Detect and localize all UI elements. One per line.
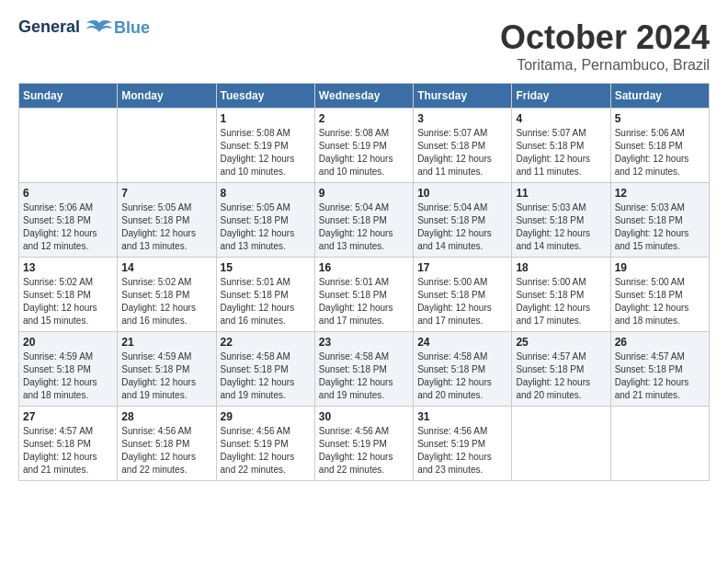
- calendar-day-cell: 11Sunrise: 5:03 AM Sunset: 5:18 PM Dayli…: [512, 183, 610, 258]
- day-number: 2: [319, 112, 409, 125]
- calendar-day-cell: 30Sunrise: 4:56 AM Sunset: 5:19 PM Dayli…: [314, 407, 413, 481]
- day-number: 12: [615, 187, 705, 200]
- calendar-table: Sunday Monday Tuesday Wednesday Thursday…: [18, 83, 710, 481]
- calendar-day-cell: [118, 109, 216, 183]
- day-detail: Sunrise: 5:02 AM Sunset: 5:18 PM Dayligh…: [23, 276, 113, 327]
- day-detail: Sunrise: 5:04 AM Sunset: 5:18 PM Dayligh…: [417, 201, 507, 253]
- day-detail: Sunrise: 4:58 AM Sunset: 5:18 PM Dayligh…: [417, 350, 507, 402]
- day-detail: Sunrise: 5:06 AM Sunset: 5:18 PM Dayligh…: [615, 127, 705, 178]
- day-number: 31: [417, 410, 507, 423]
- calendar-day-cell: 1Sunrise: 5:08 AM Sunset: 5:19 PM Daylig…: [216, 109, 314, 183]
- title-area: October 2024 Toritama, Pernambuco, Brazi…: [500, 18, 710, 74]
- day-number: 30: [319, 410, 409, 423]
- calendar-week-row: 1Sunrise: 5:08 AM Sunset: 5:19 PM Daylig…: [19, 109, 710, 183]
- day-detail: Sunrise: 4:57 AM Sunset: 5:18 PM Dayligh…: [516, 350, 606, 402]
- calendar-day-cell: 7Sunrise: 5:05 AM Sunset: 5:18 PM Daylig…: [118, 183, 216, 258]
- day-number: 13: [23, 261, 113, 274]
- day-number: 7: [121, 187, 211, 200]
- day-detail: Sunrise: 4:57 AM Sunset: 5:18 PM Dayligh…: [615, 350, 705, 402]
- day-detail: Sunrise: 4:59 AM Sunset: 5:18 PM Dayligh…: [121, 350, 211, 402]
- day-detail: Sunrise: 5:07 AM Sunset: 5:18 PM Dayligh…: [417, 127, 507, 178]
- day-number: 1: [221, 112, 311, 125]
- calendar-week-row: 27Sunrise: 4:57 AM Sunset: 5:18 PM Dayli…: [19, 407, 710, 481]
- day-detail: Sunrise: 5:02 AM Sunset: 5:18 PM Dayligh…: [121, 276, 211, 327]
- day-number: 5: [615, 112, 705, 125]
- day-detail: Sunrise: 4:56 AM Sunset: 5:18 PM Dayligh…: [121, 425, 211, 477]
- page-header: General Blue October 2024 Toritama, Pern…: [18, 18, 710, 74]
- day-detail: Sunrise: 5:08 AM Sunset: 5:19 PM Dayligh…: [319, 127, 409, 178]
- day-number: 16: [319, 261, 409, 274]
- day-number: 18: [516, 261, 606, 274]
- calendar-day-cell: [512, 407, 610, 481]
- day-detail: Sunrise: 4:56 AM Sunset: 5:19 PM Dayligh…: [221, 425, 311, 477]
- col-friday: Friday: [512, 84, 610, 109]
- col-tuesday: Tuesday: [216, 84, 314, 109]
- day-detail: Sunrise: 5:00 AM Sunset: 5:18 PM Dayligh…: [417, 276, 507, 327]
- calendar-day-cell: 22Sunrise: 4:58 AM Sunset: 5:18 PM Dayli…: [216, 332, 314, 407]
- day-number: 20: [23, 336, 113, 349]
- day-number: 11: [516, 187, 606, 200]
- calendar-day-cell: 18Sunrise: 5:00 AM Sunset: 5:18 PM Dayli…: [512, 258, 610, 332]
- calendar-week-row: 20Sunrise: 4:59 AM Sunset: 5:18 PM Dayli…: [19, 332, 710, 407]
- day-number: 15: [221, 261, 311, 274]
- day-number: 3: [417, 112, 507, 125]
- day-number: 25: [516, 336, 606, 349]
- day-detail: Sunrise: 4:57 AM Sunset: 5:18 PM Dayligh…: [23, 425, 113, 477]
- logo: General Blue: [18, 18, 150, 38]
- calendar-day-cell: 9Sunrise: 5:04 AM Sunset: 5:18 PM Daylig…: [314, 183, 413, 258]
- day-detail: Sunrise: 5:03 AM Sunset: 5:18 PM Dayligh…: [615, 201, 705, 253]
- day-number: 23: [319, 336, 409, 349]
- calendar-day-cell: 24Sunrise: 4:58 AM Sunset: 5:18 PM Dayli…: [414, 332, 512, 407]
- calendar-day-cell: 21Sunrise: 4:59 AM Sunset: 5:18 PM Dayli…: [118, 332, 216, 407]
- day-number: 21: [121, 336, 211, 349]
- day-detail: Sunrise: 5:01 AM Sunset: 5:18 PM Dayligh…: [221, 276, 311, 327]
- col-sunday: Sunday: [19, 84, 118, 109]
- day-detail: Sunrise: 5:05 AM Sunset: 5:18 PM Dayligh…: [121, 201, 211, 253]
- day-number: 28: [121, 410, 211, 423]
- day-number: 19: [615, 261, 705, 274]
- day-detail: Sunrise: 5:03 AM Sunset: 5:18 PM Dayligh…: [516, 201, 606, 253]
- calendar-day-cell: 8Sunrise: 5:05 AM Sunset: 5:18 PM Daylig…: [216, 183, 314, 258]
- calendar-day-cell: 26Sunrise: 4:57 AM Sunset: 5:18 PM Dayli…: [610, 332, 709, 407]
- calendar-day-cell: 10Sunrise: 5:04 AM Sunset: 5:18 PM Dayli…: [414, 183, 512, 258]
- calendar-day-cell: 28Sunrise: 4:56 AM Sunset: 5:18 PM Dayli…: [118, 407, 216, 481]
- location-subtitle: Toritama, Pernambuco, Brazil: [500, 57, 710, 74]
- day-detail: Sunrise: 5:00 AM Sunset: 5:18 PM Dayligh…: [516, 276, 606, 327]
- day-number: 22: [221, 336, 311, 349]
- col-saturday: Saturday: [610, 84, 709, 109]
- day-detail: Sunrise: 5:08 AM Sunset: 5:19 PM Dayligh…: [221, 127, 311, 178]
- day-detail: Sunrise: 4:58 AM Sunset: 5:18 PM Dayligh…: [221, 350, 311, 402]
- calendar-day-cell: 29Sunrise: 4:56 AM Sunset: 5:19 PM Dayli…: [216, 407, 314, 481]
- calendar-day-cell: 2Sunrise: 5:08 AM Sunset: 5:19 PM Daylig…: [314, 109, 413, 183]
- calendar-day-cell: 31Sunrise: 4:56 AM Sunset: 5:19 PM Dayli…: [414, 407, 512, 481]
- calendar-header-row: Sunday Monday Tuesday Wednesday Thursday…: [19, 84, 710, 109]
- calendar-week-row: 13Sunrise: 5:02 AM Sunset: 5:18 PM Dayli…: [19, 258, 710, 332]
- day-number: 24: [417, 336, 507, 349]
- calendar-day-cell: 16Sunrise: 5:01 AM Sunset: 5:18 PM Dayli…: [314, 258, 413, 332]
- calendar-day-cell: 23Sunrise: 4:58 AM Sunset: 5:18 PM Dayli…: [314, 332, 413, 407]
- day-number: 4: [516, 112, 606, 125]
- logo-text: General: [18, 18, 112, 37]
- day-number: 8: [221, 187, 311, 200]
- day-number: 27: [23, 410, 113, 423]
- col-thursday: Thursday: [414, 84, 512, 109]
- day-detail: Sunrise: 5:05 AM Sunset: 5:18 PM Dayligh…: [221, 201, 311, 253]
- day-detail: Sunrise: 5:00 AM Sunset: 5:18 PM Dayligh…: [615, 276, 705, 327]
- logo-blue: Blue: [114, 18, 150, 38]
- month-title: October 2024: [500, 18, 710, 57]
- day-detail: Sunrise: 5:07 AM Sunset: 5:18 PM Dayligh…: [516, 127, 606, 178]
- day-detail: Sunrise: 5:01 AM Sunset: 5:18 PM Dayligh…: [319, 276, 409, 327]
- calendar-day-cell: 19Sunrise: 5:00 AM Sunset: 5:18 PM Dayli…: [610, 258, 709, 332]
- calendar-day-cell: 5Sunrise: 5:06 AM Sunset: 5:18 PM Daylig…: [610, 109, 709, 183]
- calendar-day-cell: 13Sunrise: 5:02 AM Sunset: 5:18 PM Dayli…: [19, 258, 118, 332]
- col-wednesday: Wednesday: [314, 84, 413, 109]
- calendar-day-cell: 20Sunrise: 4:59 AM Sunset: 5:18 PM Dayli…: [19, 332, 118, 407]
- calendar-day-cell: 27Sunrise: 4:57 AM Sunset: 5:18 PM Dayli…: [19, 407, 118, 481]
- calendar-day-cell: 14Sunrise: 5:02 AM Sunset: 5:18 PM Dayli…: [118, 258, 216, 332]
- day-number: 6: [23, 187, 113, 200]
- calendar-day-cell: [610, 407, 709, 481]
- calendar-day-cell: 6Sunrise: 5:06 AM Sunset: 5:18 PM Daylig…: [19, 183, 118, 258]
- day-detail: Sunrise: 4:58 AM Sunset: 5:18 PM Dayligh…: [319, 350, 409, 402]
- calendar-week-row: 6Sunrise: 5:06 AM Sunset: 5:18 PM Daylig…: [19, 183, 710, 258]
- calendar-day-cell: [19, 109, 118, 183]
